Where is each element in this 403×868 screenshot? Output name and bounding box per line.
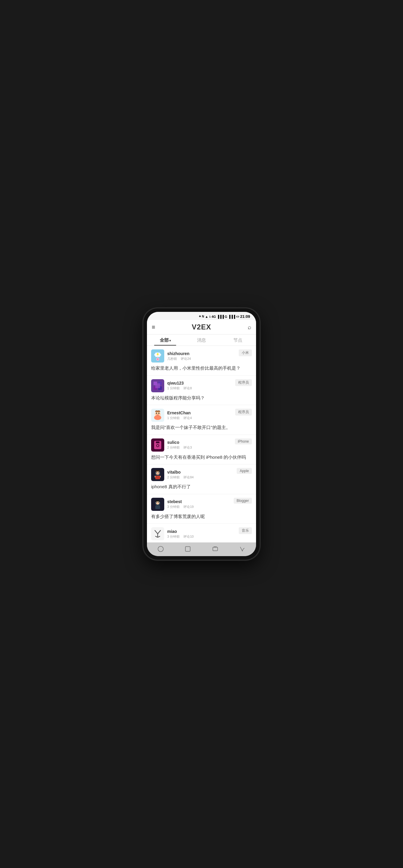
username-7: miao xyxy=(167,529,194,534)
app-header: ≡ V2EX ⌕ xyxy=(147,320,256,335)
avatar-svg-2 xyxy=(151,379,164,392)
svg-point-21 xyxy=(156,412,157,414)
svg-rect-51 xyxy=(214,547,217,547)
svg-point-48 xyxy=(158,546,163,552)
home-button[interactable] xyxy=(183,545,192,553)
svg-point-27 xyxy=(157,445,159,446)
svg-point-22 xyxy=(158,412,160,414)
post-content-3: 我是问"喜欢一个妹子不敢开口"的题主。 xyxy=(151,424,252,431)
post-item-2[interactable]: qiwu123 1 分钟前 评论8 程序员 本论坛模版程序能分享吗？ xyxy=(147,376,256,405)
menu-button[interactable]: ≡ xyxy=(152,324,155,331)
search-button[interactable]: ⌕ xyxy=(248,324,251,331)
post-meta-4: 2 分钟前 评论3 xyxy=(167,445,192,450)
avatar-2 xyxy=(151,379,164,392)
avatar-6 xyxy=(151,498,164,511)
user-info-7: miao 3 分钟前 评论10 xyxy=(151,527,194,540)
tag-badge-1[interactable]: 小米 xyxy=(239,349,252,356)
feed-list: 🌸 shizhouren 几秒前 评论24 小米 xyxy=(147,346,256,542)
phone-screen: ✦ N ▲ 1 4G ▐▐▐ G ▐▐▐ ▭ 21:09 ≡ V2EX ⌕ 全部… xyxy=(147,312,256,556)
user-info-4: sulico 2 分钟前 评论3 xyxy=(151,438,192,452)
svg-rect-50 xyxy=(213,547,218,551)
avatar-svg-5 xyxy=(151,468,164,481)
battery-icon: ▭ xyxy=(236,315,239,318)
username-4: sulico xyxy=(167,440,192,445)
username-1: shizhouren xyxy=(167,351,191,356)
tab-bar: 全部▾ 消息 节点 xyxy=(147,335,256,346)
tab-nodes[interactable]: 节点 xyxy=(220,335,256,345)
post-meta-7: 3 分钟前 评论10 xyxy=(167,534,194,539)
nfc-icon: N xyxy=(202,315,204,318)
phone-frame: ✦ N ▲ 1 4G ▐▐▐ G ▐▐▐ ▭ 21:09 ≡ V2EX ⌕ 全部… xyxy=(143,308,260,560)
tab-messages[interactable]: 消息 xyxy=(183,335,220,345)
user-details-7: miao 3 分钟前 评论10 xyxy=(167,529,194,539)
post-meta-5: 2 分钟前 评论84 xyxy=(167,475,194,479)
svg-point-8 xyxy=(158,355,161,357)
svg-rect-16 xyxy=(155,383,160,388)
avatar-1: 🌸 xyxy=(151,349,164,363)
tag-badge-2[interactable]: 程序员 xyxy=(235,379,252,386)
status-bar: ✦ N ▲ 1 4G ▐▐▐ G ▐▐▐ ▭ 21:09 xyxy=(147,312,256,320)
post-header-2: qiwu123 1 分钟前 评论8 程序员 xyxy=(151,379,252,392)
g-label: G xyxy=(225,315,227,318)
tag-badge-6[interactable]: Blogger xyxy=(234,498,252,504)
status-time: 21:09 xyxy=(240,314,250,319)
tag-badge-3[interactable]: 程序员 xyxy=(235,409,252,415)
post-content-4: 想问一下今天有在香港买到 iPhone8 的小伙伴吗 xyxy=(151,454,252,461)
back-button[interactable] xyxy=(156,545,165,553)
user-details-4: sulico 2 分钟前 评论3 xyxy=(167,440,192,450)
svg-point-40 xyxy=(158,502,159,503)
svg-point-7 xyxy=(155,355,157,357)
tab-arrow: ▾ xyxy=(169,339,171,342)
tag-badge-4[interactable]: iPhone xyxy=(235,438,252,444)
wifi-icon: ▲ xyxy=(205,315,208,318)
post-header-1: 🌸 shizhouren 几秒前 评论24 小米 xyxy=(151,349,252,363)
user-info-5: vitalbo 2 分钟前 评论84 xyxy=(151,468,194,481)
post-meta-3: 1 分钟前 评论4 xyxy=(167,416,192,420)
avatar-svg-6 xyxy=(151,498,164,511)
svg-text:🌸: 🌸 xyxy=(156,357,160,361)
post-meta-1: 几秒前 评论24 xyxy=(167,356,191,361)
user-info-1: 🌸 shizhouren 几秒前 评论24 xyxy=(151,349,191,363)
post-content-2: 本论坛模版程序能分享吗？ xyxy=(151,395,252,402)
post-header-5: vitalbo 2 分钟前 评论84 Apple xyxy=(151,468,252,481)
svg-rect-25 xyxy=(156,441,160,443)
post-header-4: sulico 2 分钟前 评论3 iPhone xyxy=(151,438,252,452)
user-details-5: vitalbo 2 分钟前 评论84 xyxy=(167,470,194,479)
post-item-5[interactable]: vitalbo 2 分钟前 评论84 Apple iphone8 真的不行了 xyxy=(147,464,256,494)
svg-point-19 xyxy=(154,415,161,420)
avatar-svg-4 xyxy=(151,438,164,452)
search-nav-icon xyxy=(239,546,246,552)
avatar-5 xyxy=(151,468,164,481)
username-6: stebest xyxy=(167,499,194,504)
svg-rect-34 xyxy=(155,476,155,477)
svg-point-32 xyxy=(158,472,159,473)
svg-point-39 xyxy=(156,502,157,503)
post-item-7[interactable]: miao 3 分钟前 评论10 音乐 大家还记得这些音乐网站吗？都已经不在了，以… xyxy=(147,524,256,542)
post-item-6[interactable]: stebest 3 分钟前 评论19 Blogger 有多少搭了博客荒废的人呢 xyxy=(147,494,256,524)
post-item-1[interactable]: 🌸 shizhouren 几秒前 评论24 小米 xyxy=(147,346,256,375)
back-icon xyxy=(157,546,164,552)
post-item-3[interactable]: ErnestChan 1 分钟前 评论4 程序员 我是问"喜欢一个妹子不敢开口"… xyxy=(147,405,256,435)
tab-all[interactable]: 全部▾ xyxy=(147,335,183,345)
svg-rect-33 xyxy=(155,476,160,479)
user-details-3: ErnestChan 1 分钟前 评论4 xyxy=(167,410,192,420)
user-details-2: qiwu123 1 分钟前 评论8 xyxy=(167,381,192,391)
avatar-svg-7 xyxy=(151,527,164,540)
recent-apps-button[interactable] xyxy=(211,545,220,553)
signal-bars: ▐▐▐ xyxy=(217,315,224,318)
post-item-4[interactable]: sulico 2 分钟前 评论3 iPhone 想问一下今天有在香港买到 iPh… xyxy=(147,435,256,464)
username-3: ErnestChan xyxy=(167,410,192,415)
svg-point-31 xyxy=(156,472,157,473)
post-content-6: 有多少搭了博客荒废的人呢 xyxy=(151,513,252,520)
svg-rect-49 xyxy=(185,547,190,551)
post-meta-2: 1 分钟前 评论8 xyxy=(167,386,192,391)
post-content-5: iphone8 真的不行了 xyxy=(151,484,252,490)
tag-badge-5[interactable]: Apple xyxy=(237,468,252,474)
search-nav-button[interactable] xyxy=(238,545,247,553)
app-title: V2EX xyxy=(192,323,211,331)
svg-rect-35 xyxy=(160,476,161,477)
avatar-svg-1: 🌸 xyxy=(151,349,164,363)
svg-rect-41 xyxy=(155,505,160,509)
user-info-6: stebest 3 分钟前 评论19 xyxy=(151,498,194,511)
tag-badge-7[interactable]: 音乐 xyxy=(239,527,252,534)
